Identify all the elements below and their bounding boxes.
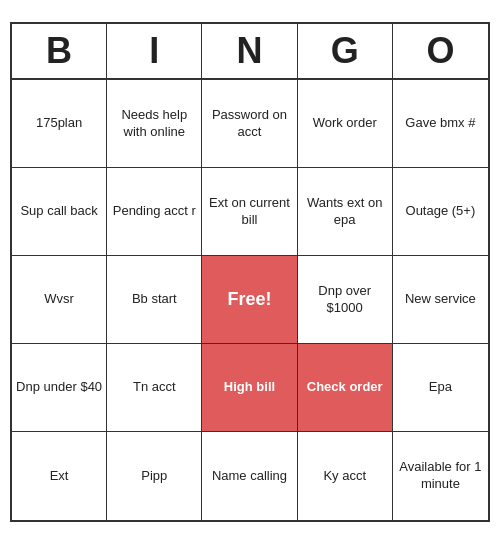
bingo-cell[interactable]: Gave bmx # bbox=[393, 80, 488, 168]
bingo-cell[interactable]: Name calling bbox=[202, 432, 297, 520]
bingo-cell[interactable]: Ky acct bbox=[298, 432, 393, 520]
bingo-cell[interactable]: Sup call back bbox=[12, 168, 107, 256]
bingo-cell[interactable]: Tn acct bbox=[107, 344, 202, 432]
bingo-cell[interactable]: Epa bbox=[393, 344, 488, 432]
bingo-cell[interactable]: High bill bbox=[202, 344, 297, 432]
bingo-cell[interactable]: Bb start bbox=[107, 256, 202, 344]
bingo-header: BINGO bbox=[12, 24, 488, 80]
bingo-cell[interactable]: Available for 1 minute bbox=[393, 432, 488, 520]
bingo-cell[interactable]: Free! bbox=[202, 256, 297, 344]
bingo-cell[interactable]: Wvsr bbox=[12, 256, 107, 344]
bingo-cell[interactable]: Pending acct r bbox=[107, 168, 202, 256]
bingo-cell[interactable]: New service bbox=[393, 256, 488, 344]
bingo-cell[interactable]: Ext bbox=[12, 432, 107, 520]
bingo-cell[interactable]: Ext on current bill bbox=[202, 168, 297, 256]
bingo-cell[interactable]: Check order bbox=[298, 344, 393, 432]
header-letter: I bbox=[107, 24, 202, 78]
bingo-cell[interactable]: 175plan bbox=[12, 80, 107, 168]
header-letter: N bbox=[202, 24, 297, 78]
bingo-cell[interactable]: Dnp under $40 bbox=[12, 344, 107, 432]
bingo-cell[interactable]: Wants ext on epa bbox=[298, 168, 393, 256]
bingo-card: BINGO 175planNeeds help with onlinePassw… bbox=[10, 22, 490, 522]
bingo-grid: 175planNeeds help with onlinePassword on… bbox=[12, 80, 488, 520]
bingo-cell[interactable]: Work order bbox=[298, 80, 393, 168]
header-letter: O bbox=[393, 24, 488, 78]
bingo-cell[interactable]: Needs help with online bbox=[107, 80, 202, 168]
bingo-cell[interactable]: Outage (5+) bbox=[393, 168, 488, 256]
header-letter: G bbox=[298, 24, 393, 78]
header-letter: B bbox=[12, 24, 107, 78]
bingo-cell[interactable]: Password on acct bbox=[202, 80, 297, 168]
bingo-cell[interactable]: Pipp bbox=[107, 432, 202, 520]
bingo-cell[interactable]: Dnp over $1000 bbox=[298, 256, 393, 344]
